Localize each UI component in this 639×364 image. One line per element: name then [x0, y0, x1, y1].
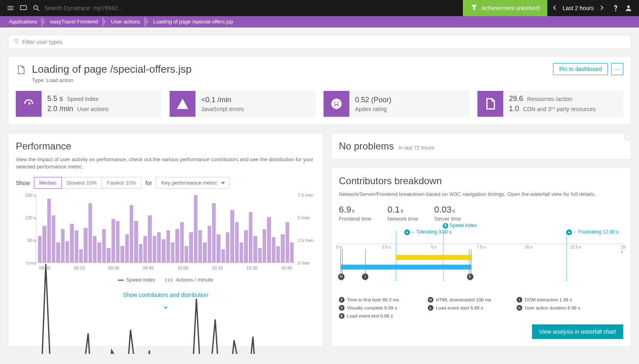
metric-label: Resources /action: [527, 96, 572, 102]
trophy-icon: [470, 4, 478, 13]
metric-speed-index[interactable]: 5.5 sSpeed index 2.0 /minUser actions: [16, 90, 162, 117]
search-input[interactable]: [44, 5, 166, 11]
performance-title: Performance: [16, 141, 315, 152]
metric-value: 1.0: [509, 105, 519, 113]
marker-tolerating: Tolerating 3.00 s: [416, 229, 452, 235]
topbar: Achievement unlocked! Last 2 hours: [0, 0, 639, 16]
problems-sub: in last 72 hours: [399, 145, 434, 151]
filter-icon: [13, 38, 19, 45]
svg-point-3: [331, 99, 342, 109]
help-icon[interactable]: [609, 2, 622, 15]
metric-value: <0.1 /min: [201, 96, 231, 104]
more-button[interactable]: ···: [611, 63, 623, 75]
chevron-left-icon[interactable]: [551, 4, 559, 13]
show-label: Show: [16, 180, 30, 186]
filter-placeholder: Filter user types: [22, 39, 63, 45]
waterfall-button[interactable]: View analysis in waterfall chart: [532, 324, 623, 339]
performance-desc: View the impact of user activity on perf…: [16, 156, 315, 170]
svg-point-2: [627, 5, 630, 8]
metric-label: User actions: [77, 106, 109, 112]
seg-slowest[interactable]: Slowest 10%: [61, 177, 102, 189]
metric-label: CDN and 3ʳᵈ party resources: [523, 106, 596, 112]
badge-h: H: [338, 274, 345, 280]
dashboard-icon[interactable]: [17, 2, 30, 15]
user-icon[interactable]: [622, 2, 635, 15]
speed-icon: [16, 91, 42, 117]
time-picker[interactable]: Last 2 hours: [547, 4, 609, 13]
info-icon[interactable]: ⓘ: [624, 133, 631, 142]
metric-apdex[interactable]: 0.52 (Poor) Apdex rating: [324, 90, 469, 117]
time-label: Last 2 hours: [563, 5, 594, 11]
svg-point-5: [338, 102, 339, 103]
crumb-current: Loading of page /special-offers.jsp: [148, 16, 241, 27]
metric-label: Apdex rating: [355, 106, 387, 112]
svg-point-4: [334, 102, 335, 103]
metric-value: 5.5 s: [47, 95, 63, 103]
pin-to-dashboard-button[interactable]: Pin to dashboard: [553, 63, 608, 75]
metric-select[interactable]: Key performance metric: [156, 177, 229, 189]
metric-js-errors[interactable]: <0.1 /min JavaScript errors: [170, 90, 315, 117]
contributors-desc: Network/Server/Frontend breakdown based …: [339, 191, 623, 198]
badge-i: I: [362, 274, 368, 280]
metric-resources[interactable]: 29.6Resources /action 1.0CDN and 3ʳᵈ par…: [477, 90, 623, 117]
header-card: Loading of page /special-offers.jsp Type…: [8, 56, 631, 125]
badge-e: E: [467, 274, 473, 280]
warning-icon: [170, 91, 195, 117]
breadcrumb: Applications easyTravel Frontend User ac…: [0, 16, 639, 27]
document-icon: [477, 91, 503, 117]
metric-label: Speed index: [67, 96, 99, 102]
marker-frustrating: Frustrating 12.00 s: [578, 229, 619, 235]
menu-icon[interactable]: [4, 2, 17, 15]
page-subtitle: Type: Load action: [32, 77, 192, 83]
page-icon: [16, 65, 26, 76]
metric-value: 29.6: [509, 95, 523, 103]
for-label: for: [145, 180, 152, 186]
performance-card: Performance View the impact of user acti…: [8, 133, 323, 347]
crumb-app[interactable]: easyTravel Frontend: [45, 16, 106, 27]
metric-value: 2.0 /min: [47, 105, 73, 113]
crumb-user-actions[interactable]: User actions: [106, 16, 148, 27]
svg-rect-0: [21, 6, 27, 10]
contributors-title: Contributors breakdown: [339, 175, 623, 187]
seg-median[interactable]: Median: [34, 177, 62, 189]
sad-face-icon: [324, 91, 349, 117]
achievement-label: Achievement unlocked!: [481, 5, 540, 11]
metrics-row: 5.5 sSpeed index 2.0 /minUser actions <0…: [16, 90, 623, 117]
marker-speed: Speed index: [450, 223, 477, 228]
problems-title: No problems: [339, 141, 394, 152]
percentile-segment: Median Slowest 10% Fastest 10%: [34, 177, 141, 189]
svg-point-1: [34, 5, 38, 9]
performance-chart[interactable]: 150 s100 s50 s0 ms 7.5 /min5 /min2.5 /mi…: [16, 195, 315, 272]
achievement-banner[interactable]: Achievement unlocked!: [463, 0, 547, 16]
seg-fastest[interactable]: Fastest 10%: [102, 177, 141, 189]
crumb-applications[interactable]: Applications: [4, 16, 45, 27]
contributors-card: Contributors breakdown Network/Server/Fr…: [331, 168, 631, 347]
filter-input[interactable]: Filter user types: [8, 35, 631, 49]
metric-value: 0.52 (Poor): [355, 96, 391, 104]
chevron-right-icon[interactable]: [598, 4, 606, 13]
search-icon[interactable]: [30, 2, 43, 15]
metric-label: JavaScript errors: [201, 106, 244, 112]
page-title: Loading of page /special-offers.jsp: [32, 63, 192, 76]
timeline-chart[interactable]: ●→ Tolerating 3.00 s S Speed index ●→ Fr…: [339, 229, 623, 290]
problems-card: No problems in last 72 hours ⓘ: [331, 133, 631, 160]
